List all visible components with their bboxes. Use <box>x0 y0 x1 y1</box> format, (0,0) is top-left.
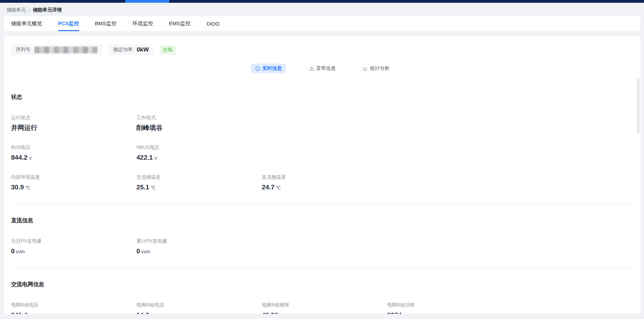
warning-triangle-icon <box>309 66 314 71</box>
top-nav-bar <box>0 0 644 3</box>
subtab-label: 实时信息 <box>262 65 282 72</box>
serial-number-redacted-value <box>35 47 97 53</box>
tab-bms-monitoring[interactable]: BMS监控 <box>95 16 117 31</box>
field-internal-ambient-temp: 内部环境温度 30.9℃ <box>11 174 136 193</box>
field-row: 内部环境温度 30.9℃ 交流侧温度 25.1℃ 直流侧温度 24.7℃ <box>11 174 634 193</box>
status-badge: 在线 <box>160 45 176 55</box>
tab-storage-unit-overview[interactable]: 储能单元概览 <box>11 16 42 31</box>
field-row: 运行状态 并网运行 工作模式 削峰填谷 <box>11 115 634 133</box>
tab-pcs-monitoring[interactable]: PCS监控 <box>58 16 79 31</box>
info-circle-icon <box>255 66 260 71</box>
field-grid-r-phase-current: 电网R相电流 14.2A <box>136 302 262 314</box>
field-total-pv-generation: 累计PV发电量 0kWh <box>136 238 262 256</box>
section-status: 状态 运行状态 并网运行 工作模式 削峰填谷 BUS电压 844.2V NBUS… <box>11 93 634 193</box>
breadcrumb-separator: / <box>29 7 30 13</box>
device-header: 序列号 额定功率 0kW 在线 <box>11 45 634 55</box>
rated-power-field: 额定功率 0kW <box>108 45 154 55</box>
section-divider <box>11 268 634 268</box>
section-title: 状态 <box>11 93 634 101</box>
field-daily-pv-generation: 当日PV发电量 0kWh <box>11 238 136 256</box>
rated-power-value: 0kW <box>137 46 149 53</box>
field-grid-r-phase-frequency: 电网R相频率 49.96Hz <box>262 302 387 314</box>
tab-dido[interactable]: DIDO <box>206 16 220 31</box>
section-ac-grid-info: 交流电网信息 电网R相电压 241.4V 电网R相电流 14.2A 电网R相频率… <box>11 281 634 314</box>
field-row: BUS电压 844.2V NBUS电压 422.1V <box>11 144 634 163</box>
section-title: 直流信息 <box>11 217 634 224</box>
info-sub-tabs: 实时信息 异常信息 统计分析 <box>11 64 634 73</box>
breadcrumb: 储能单元 / 储能单元详情 <box>0 3 644 16</box>
section-title: 交流电网信息 <box>11 281 634 288</box>
subtab-realtime-info[interactable]: 实时信息 <box>251 64 286 73</box>
section-divider <box>11 204 634 204</box>
serial-number-field: 序列号 <box>11 45 102 55</box>
subtab-statistics[interactable]: 统计分析 <box>359 64 394 73</box>
breadcrumb-current: 储能单元详情 <box>33 7 62 13</box>
section-dc-info: 直流信息 当日PV发电量 0kWh 累计PV发电量 0kWh <box>11 217 634 256</box>
subtab-label: 统计分析 <box>370 65 390 72</box>
field-row: 电网R相电压 241.4V 电网R相电流 14.2A 电网R相频率 49.96H… <box>11 302 634 314</box>
subtab-abnormal-info[interactable]: 异常信息 <box>305 64 340 73</box>
field-nbus-voltage: NBUS电压 422.1V <box>136 144 262 163</box>
serial-number-label: 序列号 <box>16 47 30 53</box>
field-bus-voltage: BUS电压 844.2V <box>11 144 136 163</box>
field-ac-side-temp: 交流侧温度 25.1℃ <box>136 174 262 193</box>
field-run-state: 运行状态 并网运行 <box>11 115 136 133</box>
tab-bar: 储能单元概览 PCS监控 BMS监控 环境监控 EMS监控 DIDO <box>4 16 641 31</box>
top-nav-active-indicator <box>125 0 169 3</box>
field-work-mode: 工作模式 削峰填谷 <box>136 115 262 133</box>
line-chart-icon <box>363 66 368 71</box>
tab-ems-monitoring[interactable]: EMS监控 <box>169 16 191 31</box>
field-dc-side-temp: 直流侧温度 24.7℃ <box>262 174 387 193</box>
rated-power-label: 额定功率 <box>113 47 133 53</box>
field-grid-r-phase-power: 电网R相功率 3374W <box>387 302 512 314</box>
breadcrumb-parent[interactable]: 储能单元 <box>7 7 26 13</box>
pcs-detail-card: 序列号 额定功率 0kW 在线 实时信息 异常 <box>4 36 641 314</box>
field-grid-r-phase-voltage: 电网R相电压 241.4V <box>11 302 136 314</box>
subtab-label: 异常信息 <box>316 65 336 72</box>
field-row: 当日PV发电量 0kWh 累计PV发电量 0kWh <box>11 238 634 256</box>
tab-env-monitoring[interactable]: 环境监控 <box>132 16 153 31</box>
vertical-scrollbar[interactable] <box>637 78 640 133</box>
